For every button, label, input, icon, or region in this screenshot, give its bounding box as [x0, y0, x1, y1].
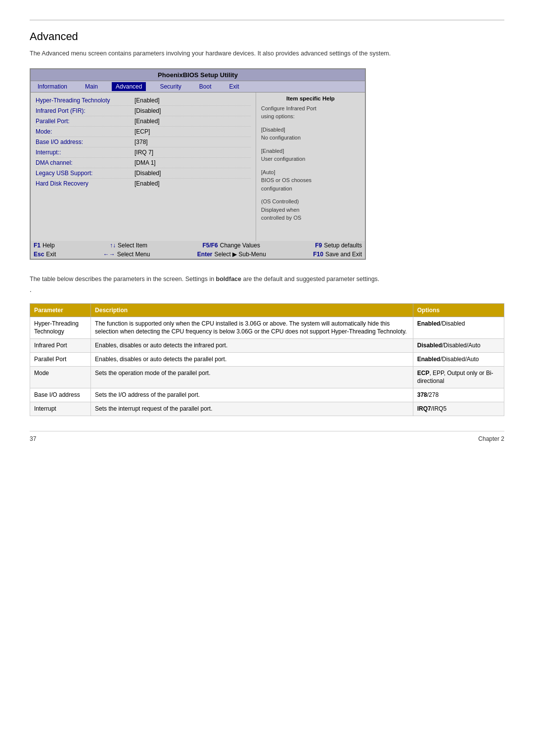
bios-row-label: Legacy USB Support: — [36, 170, 134, 177]
bios-screen: PhoenixBIOS Setup Utility InformationMai… — [30, 68, 366, 260]
option-bold: ECP — [417, 370, 430, 377]
option-bold: 378 — [417, 391, 427, 398]
table-column-header: Parameter — [30, 303, 91, 317]
bios-row: Infrared Port (FIR):[Disabled] — [36, 106, 251, 116]
bios-row: Base I/O address:[378] — [36, 137, 251, 147]
table-cell-options: Enabled/Disabled/Auto — [413, 352, 504, 366]
bios-help-line: [Enabled] — [261, 147, 360, 155]
bios-nav-item-information[interactable]: Information — [34, 82, 71, 91]
bios-key: F1 — [34, 242, 41, 249]
table-row: Infrared PortEnables, disables or auto d… — [30, 339, 504, 353]
bios-nav-item-main[interactable]: Main — [81, 82, 102, 91]
bios-footer-item: ↑↓Select Item — [110, 242, 147, 249]
bios-row-value: [DMA 1] — [134, 159, 156, 166]
bios-help-line: [Auto] — [261, 168, 360, 177]
table-header: ParameterDescriptionOptions — [30, 303, 504, 317]
bios-footer-item: EnterSelect ▶ Sub-Menu — [197, 251, 266, 258]
bios-key-label: Exit — [46, 251, 56, 258]
bios-row-value: [Enabled] — [134, 180, 160, 187]
bios-footer-line: F1Help↑↓Select ItemF5/F6Change ValuesF9S… — [31, 241, 365, 250]
bios-title: PhoenixBIOS Setup Utility — [31, 69, 365, 81]
bios-help-line: (OS Controlled) — [261, 197, 360, 206]
table-row: Hyper-Threading TechnologyThe function i… — [30, 317, 504, 339]
table-cell-parameter: Interrupt — [30, 402, 91, 416]
table-cell-parameter: Parallel Port — [30, 352, 91, 366]
table-body: Hyper-Threading TechnologyThe function i… — [30, 317, 504, 416]
bios-nav-item-security[interactable]: Security — [156, 82, 185, 91]
bios-row-value: [ECP] — [134, 128, 150, 135]
table-cell-options: ECP, EPP, Output only or Bi-directional — [413, 366, 504, 388]
chapter-label: Chapter 2 — [478, 435, 504, 442]
page-footer: 37 Chapter 2 — [30, 431, 504, 442]
bios-help-line: using options: — [261, 112, 360, 121]
bios-row-value: [Disabled] — [134, 170, 161, 177]
bios-row: Hyper-Threading Technoloty[Enabled] — [36, 95, 251, 106]
bios-row-label: Base I/O address: — [36, 139, 134, 145]
table-cell-parameter: Hyper-Threading Technology — [30, 317, 91, 339]
bios-row: Hard Disk Recovery[Enabled] — [36, 179, 251, 189]
bios-key: ←→ — [103, 251, 115, 258]
bios-row-value: [378] — [134, 139, 148, 145]
bios-nav-item-advanced[interactable]: Advanced — [112, 82, 146, 91]
bios-row-label: Infrared Port (FIR): — [36, 107, 134, 114]
bios-key-label: Save and Exit — [325, 251, 362, 258]
table-row: InterruptSets the interrupt request of t… — [30, 402, 504, 416]
table-cell-options: Enabled/Disabled — [413, 317, 504, 339]
table-header-row: ParameterDescriptionOptions — [30, 303, 504, 317]
bios-footer: F1Help↑↓Select ItemF5/F6Change ValuesF9S… — [31, 241, 365, 259]
bios-help-title: Item specific Help — [261, 95, 360, 101]
bios-row: Parallel Port:[Enabled] — [36, 116, 251, 127]
bios-footer-item: F10Save and Exit — [313, 251, 362, 258]
bios-help-line: User configuration — [261, 155, 360, 163]
table-cell-options: IRQ7/IRQ5 — [413, 402, 504, 416]
option-rest: /Disabled/Auto — [440, 356, 479, 363]
table-cell-parameter: Infrared Port — [30, 339, 91, 353]
bios-help-block: Configure Infrared Portusing options: — [261, 104, 360, 121]
table-cell-description: Sets the interrupt request of the parall… — [91, 402, 413, 416]
table-cell-description: Sets the I/O address of the parallel por… — [91, 388, 413, 402]
bios-footer-item: F9Setup defaults — [315, 242, 362, 249]
bios-help-line: No configuration — [261, 134, 360, 142]
section-title: Advanced — [30, 30, 504, 43]
bios-key-label: Select ▶ Sub-Menu — [214, 251, 266, 258]
bios-row-label: Interrupt:: — [36, 149, 134, 156]
bios-key-label: Setup defaults — [324, 242, 362, 249]
table-row: Base I/O addressSets the I/O address of … — [30, 388, 504, 402]
bios-key: F5/F6 — [202, 242, 218, 249]
bios-help-block: [Enabled] User configuration — [261, 147, 360, 163]
bios-help-line: Configure Infrared Port — [261, 104, 360, 113]
bios-help-line: BIOS or OS chooses — [261, 176, 360, 185]
intro-text: The Advanced menu screen contains parame… — [30, 49, 504, 58]
bios-help-line: configuration — [261, 185, 360, 193]
bios-key: Enter — [197, 251, 213, 258]
bios-row: Interrupt::[IRQ 7] — [36, 147, 251, 158]
bios-help-block: [Disabled] No configuration — [261, 126, 360, 142]
bios-key: F10 — [313, 251, 323, 258]
bios-row-label: Mode: — [36, 128, 134, 135]
bios-footer-item: EscExit — [34, 251, 56, 258]
option-bold: IRQ7 — [417, 405, 431, 412]
bios-key: F9 — [315, 242, 322, 249]
option-rest: /IRQ5 — [431, 405, 446, 412]
bios-nav-item-exit[interactable]: Exit — [225, 82, 243, 91]
table-column-header: Description — [91, 303, 413, 317]
bios-footer-line: EscExit←→Select MenuEnterSelect ▶ Sub-Me… — [31, 250, 365, 259]
bios-body: Hyper-Threading Technoloty[Enabled]Infra… — [31, 93, 365, 241]
bios-key-label: Change Values — [220, 242, 260, 249]
bios-row: Legacy USB Support:[Disabled] — [36, 168, 251, 179]
bios-key-label: Help — [43, 242, 55, 249]
bios-row-value: [Enabled] — [134, 118, 160, 125]
bios-row-value: [IRQ 7] — [134, 149, 153, 156]
table-cell-description: The function is supported only when the … — [91, 317, 413, 339]
option-rest: /Disabled — [440, 320, 465, 327]
table-cell-options: 378/278 — [413, 388, 504, 402]
description-text: The table below describes the parameters… — [30, 275, 504, 284]
bios-help-line: Displayed when — [261, 206, 360, 214]
bios-help-line: [Disabled] — [261, 126, 360, 134]
table-cell-description: Enables, disables or auto detects the in… — [91, 339, 413, 353]
bios-nav-item-boot[interactable]: Boot — [195, 82, 216, 91]
table-column-header: Options — [413, 303, 504, 317]
option-rest: /278 — [427, 391, 439, 398]
table-row: ModeSets the operation mode of the paral… — [30, 366, 504, 388]
bios-row: DMA channel:[DMA 1] — [36, 158, 251, 168]
